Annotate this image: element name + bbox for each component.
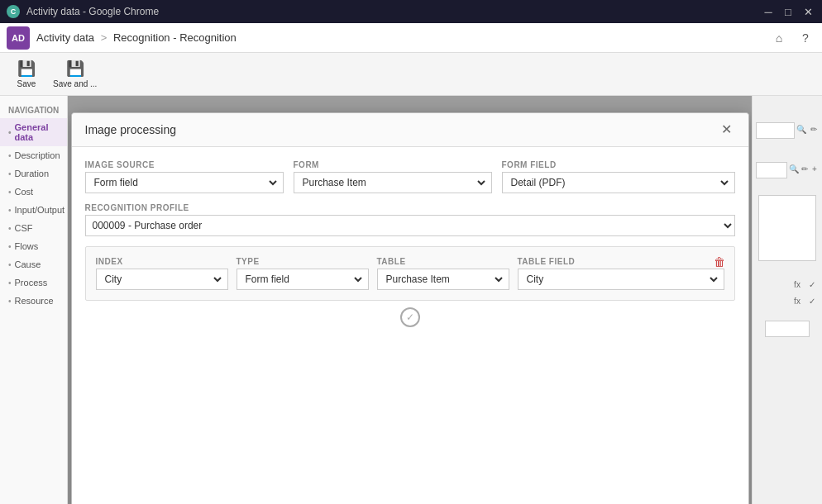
sidebar-item-label: CSF [15, 223, 33, 233]
right-panel-row-4: fx ✓ [756, 294, 819, 307]
right-panel-btn-edit[interactable]: ✏ [809, 122, 819, 136]
right-panel-input-3 [765, 321, 809, 337]
right-panel-row-2: 🔍 ✏ + [756, 162, 819, 178]
app-icon: C [7, 5, 20, 18]
sidebar-item-description[interactable]: • Description [0, 146, 67, 164]
save-button[interactable]: 💾 Save [10, 56, 43, 92]
sidebar-item-csf[interactable]: • CSF [0, 219, 67, 237]
header-right: ⌂ ? [769, 28, 815, 48]
right-panel-btn-edit-2[interactable]: ✏ [800, 162, 809, 175]
delete-relationship-button[interactable]: 🗑 [711, 254, 728, 270]
form-field-label: FORM FIELD [502, 160, 735, 169]
sidebar-item-label: Cost [15, 187, 34, 197]
type-dropdown[interactable]: Form field [241, 269, 365, 289]
form-field-select[interactable]: Detail (PDF) [502, 172, 735, 193]
content-spacer [85, 327, 735, 492]
titlebar: C Activity data - Google Chrome ─ □ ✕ [0, 0, 822, 23]
breadcrumb-part1: Activity data [36, 31, 94, 44]
right-panel-input-1 [756, 122, 795, 139]
help-icon-button[interactable]: ? [796, 28, 815, 48]
sidebar-item-flows[interactable]: • Flows [0, 237, 67, 255]
home-icon-button[interactable]: ⌂ [769, 28, 789, 48]
navigation-title: NAVIGATION [0, 102, 67, 118]
index-label: INDEX [96, 257, 228, 266]
sidebar-item-label: Duration [15, 169, 50, 178]
right-panel-row-1: 🔍 ✏ [756, 122, 819, 139]
minimize-button[interactable]: ─ [761, 4, 776, 19]
right-panel-btn-check-1[interactable]: ✓ [805, 278, 819, 291]
sidebar-item-input-output[interactable]: • Input/Output [0, 201, 67, 219]
table-field-group: TABLE FIELD City [518, 257, 724, 290]
sidebar-item-label: Description [15, 150, 60, 160]
sidebar-item-label: Input/Output [15, 205, 65, 215]
form-field-dropdown[interactable]: Detail (PDF) [506, 173, 731, 193]
sidebar-item-label: Resource [15, 296, 54, 306]
modal-close-icon-button[interactable]: ✕ [719, 121, 735, 138]
right-panel-btn-check-2[interactable]: ✓ [805, 294, 819, 307]
table-field-dropdown[interactable]: City [522, 269, 720, 289]
save-icon: 💾 [17, 59, 36, 78]
index-dropdown[interactable]: City [100, 269, 224, 289]
right-panel-input-2 [756, 162, 787, 178]
sidebar-item-duration[interactable]: • Duration [0, 164, 67, 183]
sidebar-item-label: General data [15, 122, 59, 142]
form-field-group: FORM FIELD Detail (PDF) [502, 160, 735, 193]
inner-relationship-card: 🗑 INDEX City [85, 246, 735, 301]
right-panel: 🔍 ✏ 🔍 ✏ + fx ✓ fx ✓ [752, 96, 822, 504]
bullet-icon: • [8, 128, 12, 137]
image-source-label: IMAGE SOURCE [85, 160, 284, 169]
titlebar-title: Activity data - Google Chrome [26, 6, 761, 17]
bullet-icon: • [8, 224, 12, 233]
table-field-select[interactable]: City [518, 269, 724, 290]
type-group: TYPE Form field [237, 257, 369, 290]
inner-form-row: INDEX City TYPE [96, 257, 724, 290]
type-label: TYPE [237, 257, 369, 266]
sidebar-item-cause[interactable]: • Cause [0, 255, 67, 273]
sidebar-item-general-data[interactable]: • General data [0, 118, 67, 146]
recognition-profile-label: RECOGNITION PROFILE [85, 203, 735, 212]
right-panel-btn-search[interactable]: 🔍 [796, 122, 806, 136]
modal-body: IMAGE SOURCE Form field FORM [72, 147, 748, 504]
bullet-icon: • [8, 242, 12, 251]
right-panel-btn-fx-2[interactable]: fx [791, 294, 804, 307]
bullet-icon: • [8, 297, 12, 306]
content-area: Image processing ✕ IMAGE SOURCE [68, 96, 752, 504]
bullet-icon: • [8, 151, 12, 160]
table-select[interactable]: Purchase Item [377, 269, 509, 290]
right-panel-btn-fx-1[interactable]: fx [791, 278, 804, 291]
sidebar-item-cost[interactable]: • Cost [0, 183, 67, 201]
type-select[interactable]: Form field [237, 269, 369, 290]
sidebar: NAVIGATION • General data • Description … [0, 96, 68, 504]
image-processing-modal: Image processing ✕ IMAGE SOURCE [71, 112, 749, 504]
sidebar-item-process[interactable]: • Process [0, 273, 67, 292]
index-select[interactable]: City [96, 269, 228, 290]
trash-icon: 🗑 [714, 255, 725, 269]
breadcrumb: Activity data > Recognition - Recognitio… [36, 31, 762, 44]
maximize-button[interactable]: □ [781, 4, 796, 19]
sidebar-item-label: Cause [15, 259, 41, 269]
sidebar-item-resource[interactable]: • Resource [0, 292, 67, 310]
close-window-button[interactable]: ✕ [800, 4, 815, 19]
check-circle: ✓ [400, 307, 420, 327]
form-dropdown[interactable]: Purchase Item [298, 173, 488, 193]
right-panel-btn-search-2[interactable]: 🔍 [789, 162, 799, 175]
modal-overlay: Image processing ✕ IMAGE SOURCE [68, 96, 752, 504]
table-dropdown[interactable]: Purchase Item [381, 269, 505, 289]
breadcrumb-part2: Recognition - Recognition [113, 31, 237, 44]
right-panel-block-1 [758, 195, 816, 261]
right-panel-btn-plus[interactable]: + [810, 162, 819, 175]
bullet-icon: • [8, 169, 12, 178]
recognition-profile-dropdown[interactable]: 000009 - Purchase order [86, 216, 734, 235]
image-source-dropdown[interactable]: Form field [89, 173, 280, 193]
top-form-row: IMAGE SOURCE Form field FORM [85, 160, 735, 193]
step-indicator: ✓ [85, 307, 735, 327]
right-panel-row-3: fx ✓ [756, 278, 819, 291]
save-and-button[interactable]: 💾 Save and ... [46, 56, 103, 92]
image-source-select[interactable]: Form field [85, 172, 284, 193]
app-logo: AD [7, 26, 30, 50]
recognition-profile-select[interactable]: 000009 - Purchase order [85, 215, 735, 236]
form-select[interactable]: Purchase Item [294, 172, 492, 193]
table-label: TABLE [377, 257, 509, 266]
bullet-icon: • [8, 260, 12, 269]
close-icon: ✕ [721, 123, 732, 136]
